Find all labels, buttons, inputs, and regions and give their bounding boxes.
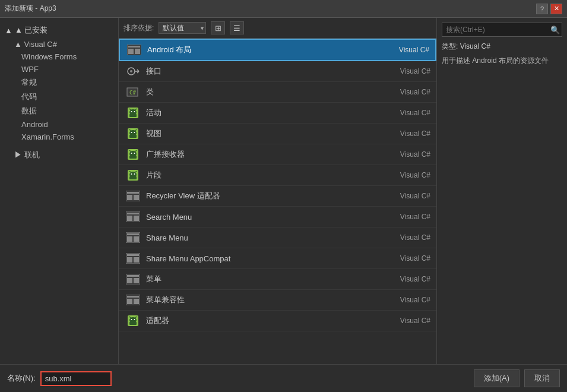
item-name: 接口	[146, 66, 389, 77]
item-icon	[125, 273, 141, 286]
help-button[interactable]: ?	[536, 4, 548, 14]
list-item[interactable]: 活动 Visual C#	[119, 103, 436, 124]
svg-text:C#: C#	[129, 90, 136, 96]
item-type: Visual C#	[389, 296, 430, 304]
items-list: Android 布局 Visual C# 接口	[119, 39, 436, 364]
tree-item-wpf[interactable]: WPF	[0, 63, 118, 75]
search-input[interactable]	[442, 23, 549, 36]
svg-point-14	[134, 111, 135, 112]
list-item[interactable]: Recycler View 适配器 Visual C#	[119, 186, 436, 207]
list-view-button[interactable]: ☰	[230, 21, 244, 34]
layout-icon	[126, 295, 140, 305]
svg-rect-40	[127, 192, 139, 194]
svg-rect-61	[127, 299, 132, 304]
list-item[interactable]: Share Menu Visual C#	[119, 227, 436, 248]
right-panel: 🔍 类型: Visual C# 用于描述 Android 布局的资源文件	[436, 18, 567, 364]
list-item[interactable]: Share Menu AppCompat Visual C#	[119, 248, 436, 269]
item-type: Visual C#	[388, 46, 429, 54]
item-name: 适配器	[146, 315, 389, 326]
item-name: 片段	[146, 170, 389, 181]
installed-section[interactable]: ▲ ▲ 已安装	[0, 23, 118, 38]
item-name: 类	[146, 87, 389, 97]
list-item[interactable]: C# 类 Visual C#	[119, 82, 436, 103]
list-item[interactable]: 菜单兼容性 Visual C#	[119, 290, 436, 311]
interface-icon	[126, 66, 140, 77]
class-icon: C#	[126, 87, 140, 97]
android-icon	[126, 106, 140, 119]
svg-rect-45	[127, 216, 132, 221]
list-item[interactable]: 接口 Visual C#	[119, 61, 436, 82]
name-input[interactable]	[40, 371, 112, 386]
svg-point-65	[131, 319, 132, 320]
item-icon	[125, 252, 141, 265]
tree-item-android[interactable]: Android	[0, 118, 118, 131]
item-name: Share Menu	[146, 233, 389, 242]
svg-rect-49	[127, 236, 132, 242]
sort-label: 排序依据:	[123, 23, 154, 33]
layout-icon	[126, 211, 140, 222]
tree-item-xamarin[interactable]: Xamarin.Forms	[0, 131, 118, 143]
svg-point-27	[131, 153, 132, 154]
list-item[interactable]: 广播接收器 Visual C#	[119, 144, 436, 165]
layout-icon	[126, 274, 140, 284]
svg-rect-38	[129, 176, 137, 179]
search-icon[interactable]: 🔍	[549, 23, 562, 36]
close-button[interactable]: ✕	[550, 4, 562, 14]
item-name: 视图	[146, 128, 389, 139]
vcsharp-label: ▲ Visual C#	[14, 40, 57, 49]
android-icon	[126, 314, 140, 327]
search-box: 🔍	[442, 23, 562, 37]
installed-label: ▲ 已安装	[15, 25, 47, 36]
item-type: Visual C#	[389, 171, 430, 179]
svg-point-66	[134, 319, 135, 320]
visual-csharp-section[interactable]: ▲ Visual C#	[0, 38, 118, 50]
svg-rect-56	[127, 275, 139, 277]
android-icon	[126, 127, 140, 140]
list-item[interactable]: 视图 Visual C#	[119, 124, 436, 144]
sort-dropdown[interactable]: 默认值	[159, 22, 206, 34]
sort-dropdown-wrapper[interactable]: 默认值	[159, 22, 206, 34]
list-item[interactable]: 片段 Visual C#	[119, 165, 436, 186]
main-container: ▲ ▲ 已安装 ▲ Visual C# Windows Forms WPF 常规…	[0, 18, 567, 392]
item-icon	[125, 293, 141, 306]
tree-item-data[interactable]: 数据	[0, 104, 118, 118]
svg-point-20	[131, 132, 132, 133]
list-item[interactable]: 菜单 Visual C#	[119, 269, 436, 290]
item-icon	[125, 314, 141, 327]
item-name: 活动	[146, 108, 389, 118]
tree-item-normal[interactable]: 常规	[0, 75, 118, 90]
tree-item-windowsforms[interactable]: Windows Forms	[0, 50, 118, 63]
svg-rect-54	[134, 257, 139, 263]
item-icon	[125, 148, 141, 161]
cancel-button[interactable]: 取消	[524, 369, 560, 387]
window-title: 添加新项 - App3	[5, 4, 56, 14]
svg-rect-3	[135, 49, 140, 54]
item-name: 菜单	[146, 274, 389, 284]
svg-rect-42	[134, 195, 139, 200]
middle-panel: 排序依据: 默认值 ⊞ ☰	[119, 18, 436, 364]
item-icon	[125, 169, 141, 182]
item-type: Visual C#	[389, 317, 430, 325]
svg-rect-50	[134, 236, 139, 242]
network-section[interactable]: ▶ 联机	[0, 148, 118, 162]
installed-arrow: ▲	[5, 26, 12, 35]
svg-point-28	[134, 153, 135, 154]
list-item[interactable]: Search Menu Visual C#	[119, 207, 436, 227]
item-name: 广播接收器	[146, 149, 389, 160]
add-button[interactable]: 添加(A)	[474, 369, 520, 387]
item-type: Visual C#	[389, 254, 430, 263]
window-controls: ? ✕	[536, 4, 562, 14]
tree-item-code[interactable]: 代码	[0, 90, 118, 104]
list-item[interactable]: 适配器 Visual C#	[119, 311, 436, 331]
item-type: Visual C#	[389, 192, 430, 200]
item-name: Share Menu AppCompat	[146, 254, 389, 263]
item-name: Search Menu	[146, 213, 389, 222]
item-icon: C#	[125, 86, 141, 99]
grid-view-button[interactable]: ⊞	[211, 21, 225, 34]
list-item[interactable]: Android 布局 Visual C#	[119, 39, 436, 61]
item-icon	[125, 65, 141, 78]
svg-rect-17	[129, 114, 137, 117]
svg-point-34	[131, 173, 132, 175]
item-icon	[125, 210, 141, 223]
bottom-bar: 名称(N): 添加(A) 取消	[0, 364, 567, 392]
